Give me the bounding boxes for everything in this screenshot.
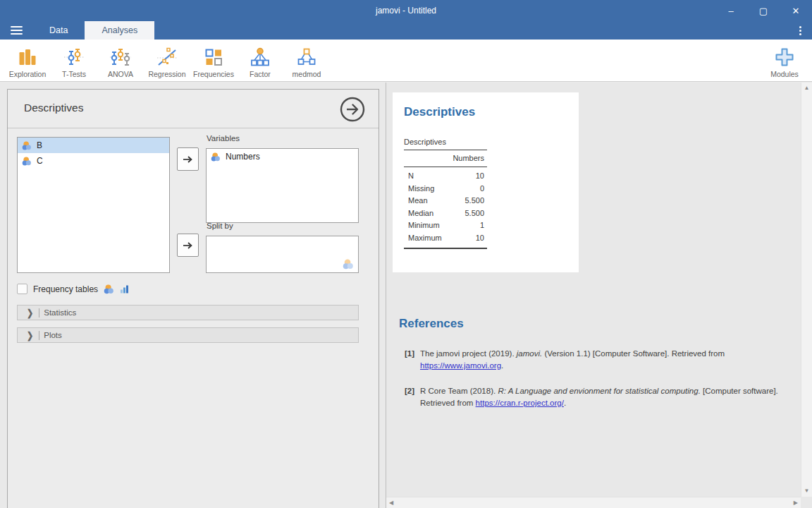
frequency-tables-label: Frequency tables — [33, 284, 98, 294]
frequency-tables-checkbox[interactable] — [17, 284, 27, 294]
reference-index: [1] — [399, 348, 414, 372]
list-item[interactable]: C — [18, 153, 169, 169]
kebab-menu-icon[interactable] — [788, 21, 812, 40]
window-title: jamovi - Untitled — [0, 6, 812, 16]
ribbon-exploration-button[interactable]: Exploration — [4, 40, 51, 81]
arrow-right-icon — [183, 155, 193, 164]
stat-label: Mean — [408, 196, 428, 206]
options-title: Descriptives — [24, 102, 83, 114]
list-item[interactable]: Numbers — [207, 149, 358, 164]
window-controls: – ▢ ✕ — [715, 0, 812, 21]
ribbon-medmod-button[interactable]: medmod — [283, 40, 330, 81]
stat-value: 10 — [476, 234, 484, 243]
frequency-tables-option: Frequency tables — [17, 284, 129, 294]
references-list: [1] The jamovi project (2019). jamovi. (… — [399, 348, 794, 409]
vertical-scrollbar[interactable]: ▲ ▼ — [801, 83, 812, 497]
results-panel: Descriptives Descriptives Numbers N 10 — [386, 83, 812, 508]
circle-arrow-right-icon — [339, 96, 366, 123]
reference-item: [1] The jamovi project (2019). jamovi. (… — [399, 348, 794, 372]
table-body: N 10 Missing 0 Mean 5.500 — [404, 167, 487, 248]
table-row: Mean 5.500 — [404, 195, 487, 207]
modules-plus-icon — [774, 46, 795, 68]
scroll-down-icon[interactable]: ▼ — [804, 488, 810, 494]
minimize-button[interactable]: – — [715, 0, 747, 21]
statistics-section-header[interactable]: ❯ Statistics — [17, 305, 359, 320]
hamburger-menu-icon[interactable] — [0, 21, 32, 40]
analyses-ribbon: Exploration T-Tests — [0, 40, 812, 82]
factor-icon — [250, 46, 271, 68]
references-section: References [1] The jamovi project (2019)… — [399, 317, 794, 409]
maximize-button[interactable]: ▢ — [747, 0, 780, 21]
table-row: Missing 0 — [404, 183, 487, 195]
ribbon-ttests-button[interactable]: T-Tests — [51, 40, 97, 81]
variable-name: C — [37, 156, 43, 166]
source-variables-list[interactable]: B C — [17, 137, 170, 273]
tab-data[interactable]: Data — [32, 21, 85, 40]
plots-section-header[interactable]: ❯ Plots — [17, 327, 359, 343]
table-row: Minimum 1 — [404, 219, 487, 232]
regression-icon — [156, 46, 178, 68]
splitby-box-label: Split by — [207, 222, 233, 230]
arrow-right-icon — [183, 241, 193, 250]
options-header: Descriptives — [8, 90, 379, 128]
stat-label: Median — [408, 209, 433, 219]
frequencies-icon — [203, 46, 224, 68]
table-row: Median 5.500 — [404, 207, 487, 220]
stat-value: 0 — [480, 184, 484, 194]
stat-value: 1 — [480, 221, 484, 231]
reference-link[interactable]: https://www.jamovi.org — [420, 361, 501, 370]
stat-label: N — [408, 171, 414, 181]
selected-analysis-results-card[interactable]: Descriptives Descriptives Numbers N 10 — [393, 92, 579, 272]
variables-box[interactable]: Numbers — [206, 148, 359, 223]
stat-label: Missing — [408, 184, 434, 194]
stat-value: 10 — [476, 171, 484, 181]
stat-value: 5.500 — [465, 209, 484, 219]
reference-link[interactable]: https://cran.r-project.org/ — [476, 399, 564, 407]
scroll-right-icon[interactable]: ▶ — [794, 500, 798, 506]
nominal-variable-icon — [211, 152, 221, 162]
close-button[interactable]: ✕ — [780, 0, 812, 21]
reference-item: [2] R Core Team (2018). R: A Language an… — [399, 385, 794, 409]
nominal-variable-ghost-icon — [343, 259, 354, 270]
collapse-options-button[interactable] — [339, 96, 366, 123]
reference-index: [2] — [399, 385, 414, 409]
move-to-variables-button[interactable] — [177, 147, 199, 171]
medmod-icon — [296, 46, 317, 68]
anova-icon — [110, 46, 131, 68]
stat-value: 5.500 — [465, 196, 484, 206]
list-item[interactable]: B — [18, 138, 169, 153]
ribbon-factor-button[interactable]: Factor — [237, 40, 283, 81]
ribbon-frequencies-button[interactable]: Frequencies — [190, 40, 237, 81]
descriptives-table: Descriptives Numbers N 10 Missing 0 — [404, 138, 487, 249]
analysis-options-panel: Descriptives B — [7, 89, 379, 508]
ribbon-regression-button[interactable]: Regression — [144, 40, 190, 81]
reference-text: R Core Team (2018). R: A Language and en… — [420, 385, 787, 409]
stat-label: Maximum — [408, 234, 442, 243]
table-row: Maximum 10 — [404, 232, 487, 245]
move-to-splitby-button[interactable] — [177, 234, 199, 257]
ribbon-modules-button[interactable]: Modules — [761, 40, 808, 81]
bar-chart-icon — [120, 284, 129, 294]
variables-box-label: Variables — [207, 134, 240, 143]
stat-label: Minimum — [408, 221, 440, 231]
tab-bar: Data Analyses — [0, 21, 812, 40]
plots-section-label: Plots — [44, 331, 62, 339]
results-heading: Descriptives — [404, 105, 475, 119]
table-row: N 10 — [404, 170, 487, 183]
variable-name: Numbers — [226, 152, 260, 162]
scroll-left-icon[interactable]: ◀ — [389, 500, 393, 506]
tab-analyses[interactable]: Analyses — [85, 21, 154, 40]
nominal-variable-icon — [104, 284, 114, 294]
scroll-up-icon[interactable]: ▲ — [804, 85, 810, 91]
exploration-icon — [17, 46, 38, 68]
table-column-header: Numbers — [404, 150, 487, 167]
statistics-section-label: Statistics — [44, 308, 76, 317]
references-heading: References — [399, 317, 794, 331]
ribbon-anova-button[interactable]: ANOVA — [97, 40, 144, 81]
nominal-variable-icon — [22, 141, 32, 150]
app-body: Descriptives B — [0, 83, 812, 508]
reference-text: The jamovi project (2019). jamovi. (Vers… — [420, 348, 787, 372]
horizontal-scrollbar[interactable]: ◀ ▶ — [386, 497, 801, 508]
ttests-icon — [63, 46, 85, 68]
splitby-box[interactable] — [206, 236, 359, 273]
